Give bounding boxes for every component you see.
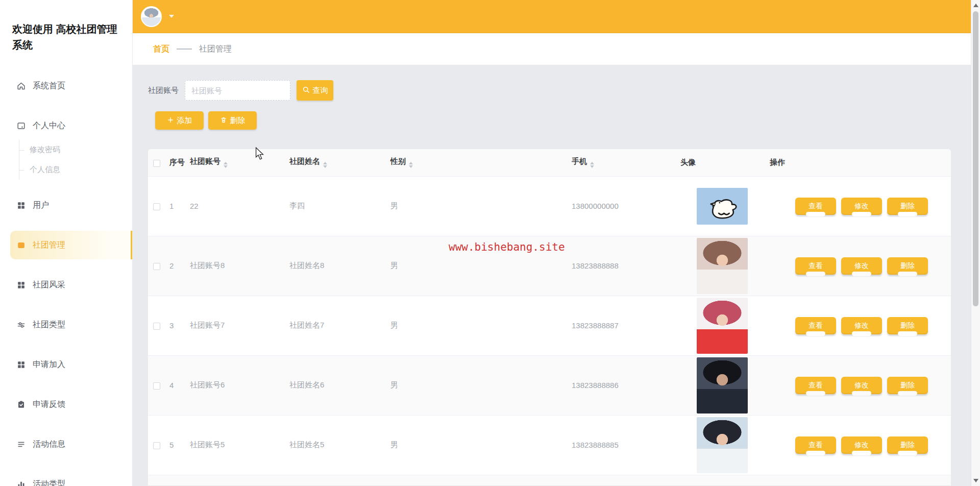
- row-checkbox[interactable]: [153, 203, 160, 210]
- sidebar-subitem-change-password[interactable]: 修改密码: [19, 140, 132, 160]
- view-row-button[interactable]: 查看: [795, 198, 836, 215]
- sidebar-item-users[interactable]: 用户: [0, 191, 132, 220]
- sidebar-item-label: 个人中心: [33, 120, 65, 131]
- cell-gender: 男: [385, 176, 567, 236]
- submenu-personal-center: 修改密码个人信息: [19, 140, 132, 180]
- cell-phone: 13823888887: [567, 296, 675, 355]
- edit-row-button[interactable]: 修改: [841, 317, 882, 334]
- column-header-gender[interactable]: 性别: [385, 149, 567, 176]
- add-button[interactable]: 添加: [155, 111, 204, 130]
- delete-button[interactable]: 删除: [208, 111, 257, 130]
- cell-name: 社团姓名5: [284, 415, 385, 475]
- row-checkbox[interactable]: [153, 382, 160, 390]
- sliders-icon: [16, 320, 26, 330]
- select-all-checkbox[interactable]: [153, 160, 160, 167]
- breadcrumb-current: 社团管理: [199, 44, 232, 55]
- user-avatar[interactable]: [141, 6, 162, 27]
- cell-name: 社团姓名7: [284, 296, 385, 355]
- sidebar-item-home[interactable]: 系统首页: [0, 71, 132, 100]
- sidebar-item-activity-type[interactable]: 活动类型: [0, 470, 132, 486]
- delete-row-button[interactable]: 删除: [887, 257, 928, 275]
- delete-row-button[interactable]: 删除: [887, 198, 928, 215]
- breadcrumb-home[interactable]: 首页: [153, 44, 169, 55]
- sidebar-item-club-management[interactable]: 社团管理: [10, 231, 132, 259]
- sidebar-subitem-personal-info[interactable]: 个人信息: [19, 160, 132, 180]
- page-scrollbar[interactable]: [971, 0, 980, 486]
- scrollbar-thumb[interactable]: [973, 11, 978, 306]
- sort-carets-icon[interactable]: [224, 162, 228, 168]
- table-row: 3社团账号7社团姓名7男13823888887查看修改删除: [148, 296, 951, 355]
- column-header-phone[interactable]: 手机: [567, 149, 675, 176]
- column-label: 头像: [680, 158, 696, 166]
- column-label: 社团姓名: [289, 157, 320, 165]
- column-header-actions: 操作: [765, 149, 951, 176]
- edit-row-button[interactable]: 修改: [841, 257, 882, 275]
- row-checkbox[interactable]: [153, 323, 160, 330]
- sidebar-item-apply-feedback[interactable]: 申请反馈: [0, 390, 132, 419]
- delete-row-button[interactable]: 删除: [887, 436, 928, 454]
- table-header-row: 序号社团账号社团姓名性别手机头像操作: [148, 149, 951, 176]
- cell-name: 社团姓名6: [284, 355, 385, 415]
- column-label: 社团账号: [190, 157, 220, 165]
- column-header-name[interactable]: 社团姓名: [284, 149, 385, 176]
- breadcrumb-separator: [177, 48, 192, 50]
- sidebar-item-label: 活动信息: [33, 439, 65, 450]
- table-row: 122李四男13800000000查看修改删除: [148, 176, 951, 236]
- app-title: 欢迎使用 高校社团管理系统: [0, 0, 132, 53]
- view-row-button[interactable]: 查看: [795, 257, 836, 275]
- toolbar: 添加 删除: [155, 111, 257, 130]
- sort-carets-icon[interactable]: [323, 162, 327, 168]
- scroll-down-arrow-icon[interactable]: [973, 479, 978, 482]
- edit-row-button[interactable]: 修改: [841, 377, 882, 394]
- query-button[interactable]: 查询: [297, 80, 333, 101]
- view-row-button[interactable]: 查看: [795, 436, 836, 454]
- edit-row-button[interactable]: 修改: [841, 436, 882, 454]
- search-input[interactable]: [185, 80, 290, 101]
- delete-row-button[interactable]: 删除: [887, 317, 928, 334]
- column-label: 手机: [572, 157, 587, 165]
- cell-index: 2: [164, 236, 185, 296]
- sidebar-item-apply-join[interactable]: 申请加入: [0, 350, 132, 379]
- sidebar-item-label: 申请反馈: [33, 399, 65, 410]
- column-header-index: 序号: [164, 149, 185, 176]
- cell-actions: 查看修改删除: [765, 176, 951, 236]
- data-table: 序号社团账号社团姓名性别手机头像操作 122李四男13800000000查看修改…: [148, 149, 951, 485]
- row-checkbox[interactable]: [153, 442, 160, 449]
- clipboard-icon: [16, 400, 26, 409]
- table-row-partial: [148, 475, 951, 485]
- cell-account: 社团账号8: [185, 236, 284, 296]
- cell-account: 社团账号5: [185, 415, 284, 475]
- sidebar-item-club-type[interactable]: 社团类型: [0, 310, 132, 339]
- view-row-button[interactable]: 查看: [795, 317, 836, 334]
- sidebar-item-activity-info[interactable]: 活动信息: [0, 430, 132, 458]
- cell-index: 4: [164, 355, 185, 415]
- panel-icon: [16, 121, 26, 131]
- sidebar-item-club-style[interactable]: 社团风采: [0, 271, 132, 299]
- sidebar-item-label: 活动类型: [33, 479, 65, 486]
- row-checkbox[interactable]: [153, 263, 160, 270]
- edit-row-button[interactable]: 修改: [841, 198, 882, 215]
- sidebar-item-label: 社团类型: [33, 320, 65, 330]
- trash-icon: [220, 116, 227, 125]
- delete-button-label: 删除: [230, 116, 246, 126]
- chevron-down-icon[interactable]: [169, 15, 174, 18]
- avatar-image: [697, 188, 748, 225]
- sidebar-item-personal-center[interactable]: 个人中心: [0, 111, 132, 140]
- cell-account: 22: [185, 176, 284, 236]
- sidebar-item-label: 申请加入: [33, 359, 65, 370]
- view-row-button[interactable]: 查看: [795, 377, 836, 394]
- sort-carets-icon[interactable]: [590, 162, 594, 168]
- square-icon: [16, 240, 26, 250]
- sidebar-item-label: 社团管理: [33, 240, 65, 251]
- grid-icon: [16, 360, 26, 370]
- avatar-image: [697, 417, 748, 473]
- scroll-up-arrow-icon[interactable]: [973, 4, 978, 7]
- table-row: 4社团账号6社团姓名6男13823888886查看修改删除: [148, 355, 951, 415]
- column-header-account[interactable]: 社团账号: [185, 149, 284, 176]
- delete-row-button[interactable]: 删除: [887, 377, 928, 394]
- table-row: 5社团账号5社团姓名5男13823888885查看修改删除: [148, 415, 951, 475]
- cell-name: 李四: [284, 176, 385, 236]
- sidebar: 欢迎使用 高校社团管理系统 系统首页个人中心修改密码个人信息用户社团管理社团风采…: [0, 0, 133, 486]
- column-label: 序号: [169, 158, 185, 166]
- sort-carets-icon[interactable]: [409, 162, 413, 168]
